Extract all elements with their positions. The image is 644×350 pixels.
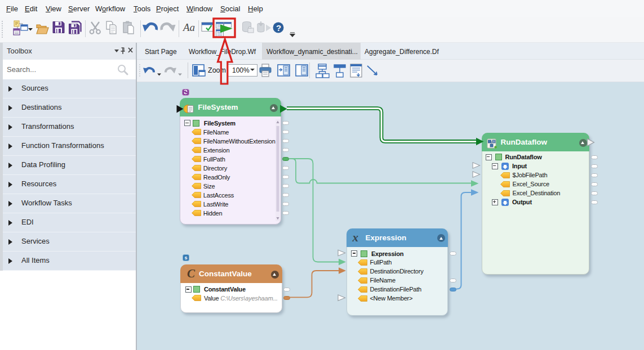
svg-text:?: ?: [276, 23, 281, 33]
svg-text:Aa: Aa: [182, 21, 195, 33]
